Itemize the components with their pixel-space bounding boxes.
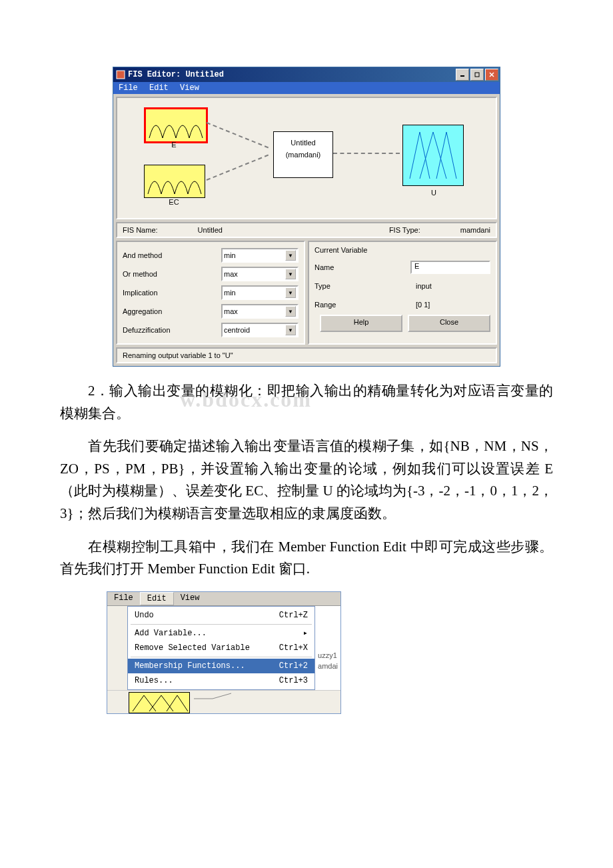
aggregation-combo[interactable]: max▼ <box>221 304 299 319</box>
ms-menu-file[interactable]: File <box>107 592 140 605</box>
diagram-panel: E EC Untitled (mamdani) U <box>116 97 497 219</box>
implication-label: Implication <box>123 289 158 297</box>
aggregation-label: Aggregation <box>123 307 162 315</box>
edit-dropdown: UndoCtrl+Z Add Variable...▸ Remove Selec… <box>127 606 315 690</box>
ms-menubar: File Edit View <box>107 592 340 606</box>
output-u-label: U <box>404 189 464 197</box>
close-button[interactable] <box>485 69 498 81</box>
var-type-label: Type <box>314 282 330 290</box>
methods-panel: And method min▼ Or method max▼ Implicati… <box>116 241 305 345</box>
var-name-field[interactable]: E <box>410 261 490 274</box>
menu-membership-functions[interactable]: Membership Functions...Ctrl+2 <box>128 659 314 673</box>
titlebar: FIS Editor: Untitled <box>113 67 500 82</box>
defuzzification-combo[interactable]: centroid▼ <box>221 323 299 337</box>
or-method-label: Or method <box>123 270 157 278</box>
maximize-button[interactable] <box>470 69 484 81</box>
fis-name-label: FIS Name: <box>123 226 158 234</box>
edit-menu-screenshot: File Edit View UndoCtrl+Z Add Variable..… <box>107 591 341 714</box>
var-range-label: Range <box>314 301 336 309</box>
current-variable-panel: Current Variable Name E Type input Range… <box>308 241 497 345</box>
chevron-down-icon: ▼ <box>285 325 296 335</box>
ms-side-labels: uzzy1 amdai <box>315 606 340 690</box>
ms-bottom-strip <box>107 690 340 713</box>
close-panel-button[interactable]: Close <box>408 315 490 332</box>
menu-remove-variable[interactable]: Remove Selected VariableCtrl+X <box>128 641 314 655</box>
status-bar: Renaming output variable 1 to "U" <box>116 347 497 363</box>
help-button[interactable]: Help <box>320 315 402 332</box>
fis-name-bar: FIS Name: Untitled FIS Type: mamdani <box>116 222 497 238</box>
fis-type-value: mamdani <box>460 226 490 234</box>
paragraph-2: 首先我们要确定描述输入输出变量语言值的模糊子集，如{NB，NM，NS，ZO，PS… <box>60 435 553 525</box>
fis-name-value: Untitled <box>198 226 223 234</box>
app-icon <box>116 70 125 79</box>
input-ec-label: EC <box>144 198 204 206</box>
input-e-label: E <box>144 141 204 149</box>
fis-editor-window: FIS Editor: Untitled File Edit View E <box>113 67 500 367</box>
chevron-down-icon: ▼ <box>285 306 296 317</box>
chevron-down-icon: ▼ <box>285 250 296 261</box>
var-type-value: input <box>416 282 490 290</box>
chevron-down-icon: ▼ <box>285 287 296 298</box>
menu-file[interactable]: File <box>119 83 138 93</box>
ms-menu-edit[interactable]: Edit <box>140 592 174 605</box>
menu-rules[interactable]: Rules...Ctrl+3 <box>128 673 314 688</box>
menu-edit[interactable]: Edit <box>149 83 169 93</box>
menu-add-variable[interactable]: Add Variable...▸ <box>128 626 314 641</box>
or-method-combo[interactable]: max▼ <box>221 267 299 281</box>
svg-rect-2 <box>475 73 479 77</box>
submenu-arrow-icon: ▸ <box>303 628 308 638</box>
output-u-box[interactable] <box>402 125 464 186</box>
var-name-label: Name <box>314 263 334 271</box>
input-ec-box[interactable] <box>144 165 205 198</box>
and-method-label: And method <box>123 251 162 259</box>
implication-combo[interactable]: min▼ <box>221 285 299 300</box>
paragraph-3: 在模糊控制工具箱中，我们在 Member Function Edit 中即可完成… <box>60 536 553 581</box>
ms-input-box <box>129 692 190 713</box>
minimize-button[interactable] <box>456 69 469 81</box>
svg-rect-0 <box>117 71 125 79</box>
window-title: FIS Editor: Untitled <box>128 70 224 79</box>
paragraph-1: 2．输入输出变量的模糊化：即把输入输出的精确量转化为对应语言变量的模糊集合。 <box>60 380 553 425</box>
fis-center-box[interactable]: Untitled (mamdani) <box>273 131 333 178</box>
center-title: Untitled <box>274 139 332 147</box>
current-variable-header: Current Variable <box>314 246 490 254</box>
defuzzification-label: Defuzzification <box>123 326 171 334</box>
center-subtitle: (mamdani) <box>274 151 332 159</box>
fis-type-label: FIS Type: <box>389 226 420 234</box>
var-range-value: [0 1] <box>416 301 490 309</box>
menu-view[interactable]: View <box>180 83 199 93</box>
and-method-combo[interactable]: min▼ <box>221 248 299 263</box>
input-e-box[interactable] <box>144 107 208 143</box>
ms-menu-view[interactable]: View <box>174 592 207 605</box>
menu-undo[interactable]: UndoCtrl+Z <box>128 608 314 623</box>
menubar: File Edit View <box>113 82 500 94</box>
chevron-down-icon: ▼ <box>285 269 296 279</box>
